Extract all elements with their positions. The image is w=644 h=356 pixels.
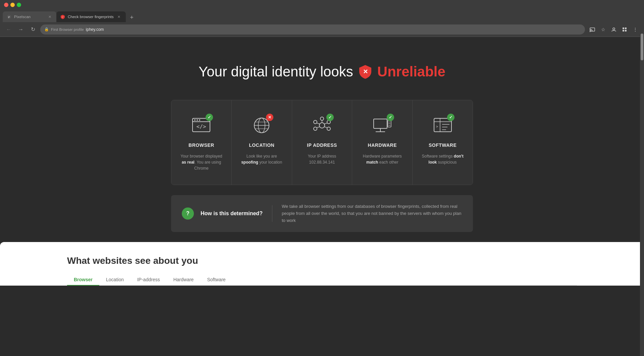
bottom-title: What websites see about you [67, 255, 577, 266]
software-card-title: SOFTWARE [429, 142, 457, 148]
ip-address-card-desc: Your IP address 102.88.34.141 [299, 153, 345, 165]
browser-card-desc: Your browser displayed as real. You are … [178, 153, 225, 171]
ip-address-card-status: ✓ [326, 114, 334, 121]
minimize-button[interactable] [10, 3, 15, 7]
profile-button[interactable] [609, 25, 619, 34]
tab-iphey-label: Check browser fingerprints [68, 15, 114, 19]
svg-rect-6 [623, 27, 624, 29]
info-question-icon: ? [182, 207, 194, 220]
svg-point-13 [194, 119, 196, 121]
pixelscan-favicon: P [7, 14, 11, 19]
hardware-card: ✓ HARDWARE Hardware parameters match eac… [352, 100, 413, 185]
location-card-desc: Look like you are spoofing your location [238, 153, 285, 165]
nav-bar: ← → ↻ 🔒 First Browser profile iphey.com … [0, 22, 644, 37]
traffic-lights [4, 3, 21, 7]
tab-location[interactable]: Location [99, 274, 130, 286]
location-card-status: ✕ [266, 114, 273, 121]
scrollbar-thumb[interactable] [641, 34, 643, 60]
svg-text:✓: ✓ [62, 16, 64, 18]
info-divider [272, 205, 272, 222]
browser-card-icon-wrap: </> ✓ [190, 114, 213, 137]
info-title: How is this determined? [201, 211, 263, 216]
svg-rect-33 [374, 119, 387, 128]
hardware-card-status: ✓ [387, 114, 394, 121]
tab-pixelscan-label: Pixelscan [14, 15, 44, 19]
browser-chrome: P Pixelscan ✕ ✓ Check browser fingerprin… [0, 0, 644, 37]
browser-card-status: ✓ [206, 114, 213, 121]
menu-button[interactable]: ⋮ [631, 25, 640, 34]
svg-text:P: P [8, 16, 10, 18]
svg-point-22 [319, 123, 325, 128]
tab-hardware[interactable]: Hardware [167, 274, 201, 286]
info-description: We take all browser settings from our da… [282, 203, 462, 224]
ip-address-card-title: IP ADDRESS [307, 142, 337, 148]
hero-status: Unreliable [377, 64, 445, 80]
hero-section: Your digital identity looks ✕ Unreliable [0, 50, 644, 100]
tab-ip-address[interactable]: IP-address [130, 274, 167, 286]
hero-title: Your digital identity looks ✕ Unreliable [0, 64, 644, 80]
info-banner: ? How is this determined? We take all br… [171, 195, 473, 232]
bottom-section: What websites see about you Browser Loca… [0, 242, 644, 286]
tab-pixelscan-close[interactable]: ✕ [47, 14, 52, 19]
info-question-label: How is this determined? [201, 211, 263, 217]
new-tab-button[interactable]: + [127, 13, 137, 22]
title-bar [0, 0, 644, 9]
nav-actions: ☆ ⋮ [588, 25, 640, 34]
reload-button[interactable]: ↻ [28, 25, 38, 34]
lock-icon: 🔒 [44, 27, 49, 32]
url-display: iphey.com [86, 27, 104, 32]
cards-container: </> ✓ BROWSER Your browser displayed as … [171, 100, 473, 185]
svg-text:✕: ✕ [363, 68, 368, 75]
svg-rect-9 [625, 30, 627, 32]
forward-button[interactable]: → [16, 25, 25, 34]
bookmark-button[interactable]: ☆ [598, 25, 608, 34]
svg-point-27 [314, 120, 317, 124]
svg-point-23 [320, 117, 324, 120]
browser-profile-label: First Browser profile [51, 27, 84, 32]
extensions-button[interactable] [620, 25, 629, 34]
location-card-title: LOCATION [249, 142, 274, 148]
hardware-card-desc: Hardware parameters match each other [359, 153, 406, 165]
info-section: ? How is this determined? We take all br… [0, 185, 644, 242]
ip-address-card-icon-wrap: ✓ [310, 114, 334, 137]
cards-section: </> ✓ BROWSER Your browser displayed as … [0, 100, 644, 185]
scrollbar [640, 0, 644, 356]
svg-rect-8 [623, 30, 624, 32]
hardware-card-icon-wrap: ✓ [371, 114, 394, 137]
svg-text:>: > [436, 125, 438, 128]
tab-browser[interactable]: Browser [67, 274, 99, 286]
tab-pixelscan[interactable]: P Pixelscan ✕ [3, 11, 56, 22]
address-bar[interactable]: 🔒 First Browser profile iphey.com [40, 24, 585, 35]
svg-point-5 [613, 28, 615, 30]
maximize-button[interactable] [17, 3, 21, 7]
ip-address-card: ✓ IP ADDRESS Your IP address 102.88.34.1… [292, 100, 353, 185]
tab-bar: P Pixelscan ✕ ✓ Check browser fingerprin… [0, 9, 644, 22]
svg-text:</>: </> [197, 123, 206, 130]
software-card: > ✓ SOFTWARE Software settings don't loo… [413, 100, 473, 185]
close-button[interactable] [4, 3, 8, 7]
software-card-status: ✓ [447, 114, 454, 121]
svg-point-15 [199, 119, 200, 121]
location-card: ✕ LOCATION Look like you are spoofing yo… [232, 100, 292, 185]
tab-iphey-close[interactable]: ✕ [116, 14, 122, 19]
svg-line-31 [324, 123, 327, 124]
location-card-icon-wrap: ✕ [250, 114, 273, 137]
iphey-favicon: ✓ [60, 14, 65, 19]
bottom-tabs: Browser Location IP-address Hardware Sof… [67, 274, 577, 286]
tab-software[interactable]: Software [200, 274, 232, 286]
svg-line-29 [317, 127, 320, 128]
svg-point-25 [327, 127, 330, 130]
hardware-card-title: HARDWARE [368, 142, 397, 148]
back-button[interactable]: ← [4, 25, 13, 34]
browser-card: </> ✓ BROWSER Your browser displayed as … [171, 100, 232, 185]
software-card-desc: Software settings don't look suspicious [419, 153, 466, 165]
browser-card-title: BROWSER [189, 142, 214, 148]
svg-rect-7 [625, 27, 627, 29]
svg-line-32 [317, 123, 320, 124]
shield-icon: ✕ [359, 64, 372, 79]
svg-point-24 [314, 127, 317, 130]
page-content: Your digital identity looks ✕ Unreliable [0, 37, 644, 298]
cast-button[interactable] [588, 25, 597, 34]
tab-iphey[interactable]: ✓ Check browser fingerprints ✕ [56, 11, 126, 22]
hero-prefix: Your digital identity looks [199, 64, 353, 80]
